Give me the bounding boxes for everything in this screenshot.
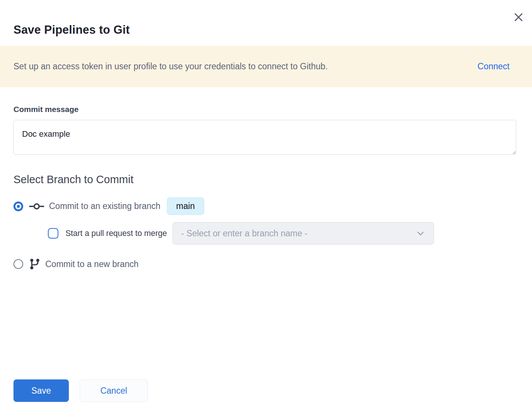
pull-request-label: Start a pull request to merge (65, 229, 167, 238)
new-branch-label: Commit to a new branch (45, 259, 138, 269)
close-icon (513, 12, 524, 22)
access-token-banner: Set up an access token in user profile t… (0, 46, 532, 87)
save-pipelines-dialog: Save Pipelines to Git Set up an access t… (0, 0, 532, 418)
commit-message-input[interactable]: Doc example (13, 120, 516, 155)
new-branch-radio[interactable] (13, 259, 23, 269)
current-branch-badge[interactable]: main (167, 197, 204, 215)
merge-branch-placeholder: - Select or enter a branch name - (181, 228, 308, 239)
pull-request-checkbox[interactable] (48, 228, 58, 239)
existing-branch-label: Commit to an existing branch (49, 201, 160, 211)
git-branch-icon (29, 258, 40, 270)
pull-request-row: Start a pull request to merge - Select o… (48, 222, 519, 245)
banner-message: Set up an access token in user profile t… (13, 61, 328, 72)
merge-branch-select[interactable]: - Select or enter a branch name - (172, 222, 434, 245)
new-branch-option: Commit to a new branch (13, 258, 519, 270)
dialog-footer: Save Cancel (13, 379, 148, 402)
commit-message-label: Commit message (13, 105, 519, 114)
select-branch-heading: Select Branch to Commit (13, 173, 519, 186)
cancel-button[interactable]: Cancel (80, 379, 148, 402)
existing-branch-radio[interactable] (13, 202, 23, 211)
dialog-body: Commit message Doc example Select Branch… (0, 105, 532, 270)
connect-link[interactable]: Connect (477, 61, 510, 72)
page-title: Save Pipelines to Git (0, 0, 532, 37)
close-button[interactable] (512, 10, 525, 24)
git-commit-icon (29, 202, 44, 211)
existing-branch-option: Commit to an existing branch main (13, 197, 519, 215)
chevron-down-icon (416, 228, 425, 238)
save-button[interactable]: Save (13, 379, 69, 402)
